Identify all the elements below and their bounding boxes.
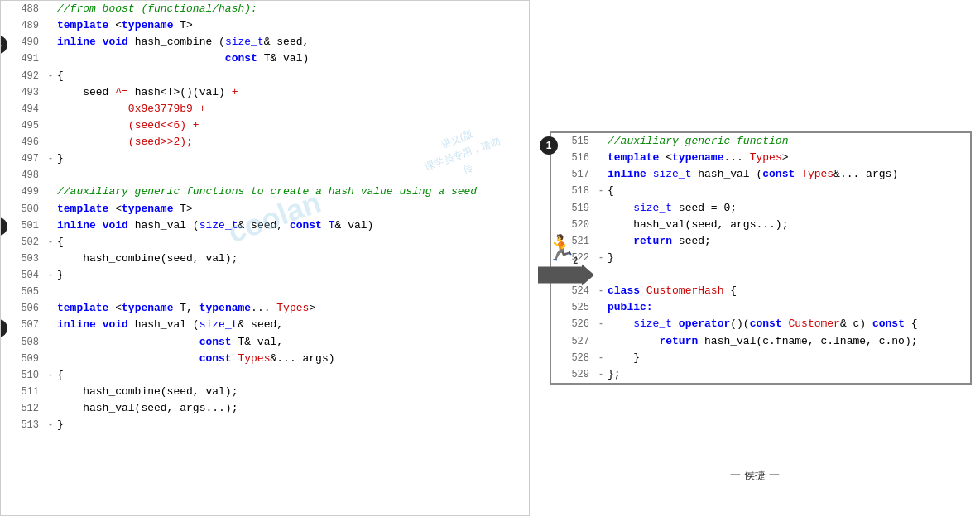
- line-number: 529: [563, 366, 594, 383]
- fold-btn: -: [44, 150, 57, 165]
- table-row: 523: [563, 266, 970, 283]
- code-content: hash_combine(seed, val);: [57, 251, 529, 267]
- table-row: 490 inline void hash_combine (size_t& se…: [12, 34, 529, 50]
- fold-btn: [594, 266, 608, 268]
- line-number: 511: [12, 384, 44, 400]
- line-number: 501: [12, 217, 44, 234]
- line-number: 512: [12, 400, 44, 417]
- fold-btn: -: [44, 267, 57, 282]
- line-number: 494: [12, 101, 44, 117]
- fold-btn: [44, 251, 57, 252]
- code-content: //from boost (functional/hash):: [57, 1, 529, 17]
- fold-btn: [44, 134, 57, 136]
- line-number: 503: [12, 251, 44, 267]
- line-number: 495: [12, 117, 44, 134]
- code-area-left: 488 //from boost (functional/hash): 489 …: [12, 1, 529, 433]
- code-content: return seed;: [608, 233, 970, 250]
- code-content: template <typename... Types>: [608, 150, 970, 166]
- code-content: {: [57, 234, 529, 251]
- table-row: 505: [12, 284, 529, 300]
- table-row: 517 inline size_t hash_val (const Types&…: [563, 166, 970, 183]
- code-content: }: [57, 417, 529, 433]
- fold-btn: -: [594, 183, 608, 198]
- code-content: class CustomerHash {: [608, 283, 970, 299]
- code-content: template <typename T>: [57, 201, 529, 217]
- line-number: 518: [563, 183, 594, 199]
- line-number: 510: [12, 367, 44, 384]
- code-content: const T& val): [57, 50, 529, 67]
- line-number: 498: [12, 167, 44, 184]
- code-content: inline void hash_val (size_t& seed,: [57, 317, 529, 333]
- code-content: size_t operator()(const Customer& c) con…: [608, 316, 970, 332]
- fold-btn: [44, 334, 57, 336]
- code-content: hash_val(seed, args...);: [57, 400, 529, 417]
- table-row: 511 hash_combine(seed, val);: [12, 384, 529, 400]
- line-number: 517: [563, 166, 594, 183]
- table-row: 491 const T& val): [12, 50, 529, 67]
- table-row: 525 public:: [563, 299, 970, 316]
- table-row: 510 - {: [12, 367, 529, 384]
- table-row: 507 inline void hash_val (size_t& seed,: [12, 317, 529, 333]
- line-number: 488: [12, 1, 44, 17]
- code-content: (seed<<6) +: [57, 117, 529, 134]
- line-number: 507: [12, 317, 44, 333]
- code-content: template <typename T>: [57, 17, 529, 34]
- fold-btn: -: [44, 68, 57, 83]
- table-row: 504 - }: [12, 267, 529, 284]
- fold-btn: -: [594, 283, 608, 298]
- code-content: public:: [608, 299, 970, 316]
- code-content: (seed>>2);: [57, 134, 529, 150]
- table-row: 529 - };: [563, 366, 970, 383]
- table-row: 499 //auxiliary generic functions to cre…: [12, 184, 529, 200]
- table-row: 494 0x9e3779b9 +: [12, 101, 529, 117]
- fold-btn: -: [44, 234, 57, 249]
- fold-btn: [44, 17, 57, 19]
- fold-btn: [594, 333, 608, 335]
- table-row: 500 template <typename T>: [12, 201, 529, 217]
- line-number: 508: [12, 334, 44, 351]
- table-row: 513 - }: [12, 417, 529, 433]
- code-content: inline void hash_val (size_t& seed, cons…: [57, 217, 529, 234]
- fold-btn: -: [44, 367, 57, 382]
- fold-btn: -: [594, 316, 608, 331]
- line-number: 528: [563, 350, 594, 366]
- code-content: size_t seed = 0;: [608, 200, 970, 217]
- right-panel: 1 515 //auxiliary generic function 516 t…: [550, 131, 972, 385]
- bottom-label: 一 侯捷 一: [730, 468, 779, 483]
- fold-btn: [594, 233, 608, 235]
- fold-btn: -: [44, 417, 57, 432]
- line-number: 497: [12, 150, 44, 167]
- code-content: seed ^= hash<T>()(val) +: [57, 84, 529, 101]
- right-panel-inner: 1 515 //auxiliary generic function 516 t…: [551, 133, 970, 383]
- table-row: 489 template <typename T>: [12, 17, 529, 34]
- line-number: 527: [563, 333, 594, 350]
- code-content: {: [608, 183, 970, 199]
- code-content: inline void hash_combine (size_t& seed,: [57, 34, 529, 50]
- fold-btn: [44, 317, 57, 318]
- step4-circle: 4: [0, 36, 7, 54]
- line-number: 513: [12, 417, 44, 433]
- code-content: const T& val,: [57, 334, 529, 351]
- line-number: 493: [12, 84, 44, 101]
- code-content: }: [57, 267, 529, 284]
- line-number: 516: [563, 150, 594, 166]
- line-number: 500: [12, 201, 44, 217]
- fold-btn: [44, 300, 57, 302]
- fold-btn: [44, 50, 57, 52]
- right-section: 🏃 2 1 515 //auxiliary g: [530, 0, 980, 516]
- table-row: 502 - {: [12, 234, 529, 251]
- fold-btn: [44, 351, 57, 352]
- fold-btn: [44, 84, 57, 86]
- line-number: 515: [563, 133, 594, 150]
- table-row: 495 (seed<<6) +: [12, 117, 529, 134]
- fold-btn: [44, 34, 57, 36]
- code-content: template <typename T, typename... Types>: [57, 300, 529, 317]
- step3-circle: 3: [0, 217, 7, 236]
- line-number: 525: [563, 299, 594, 316]
- arrow-body: [538, 267, 584, 284]
- main-container: 4 3 2 488 //from boost (functional/hash)…: [0, 0, 980, 516]
- fold-btn: [44, 101, 57, 103]
- code-area-right: 515 //auxiliary generic function 516 tem…: [563, 133, 970, 383]
- code-content: 0x9e3779b9 +: [57, 101, 529, 117]
- table-row: 516 template <typename... Types>: [563, 150, 970, 166]
